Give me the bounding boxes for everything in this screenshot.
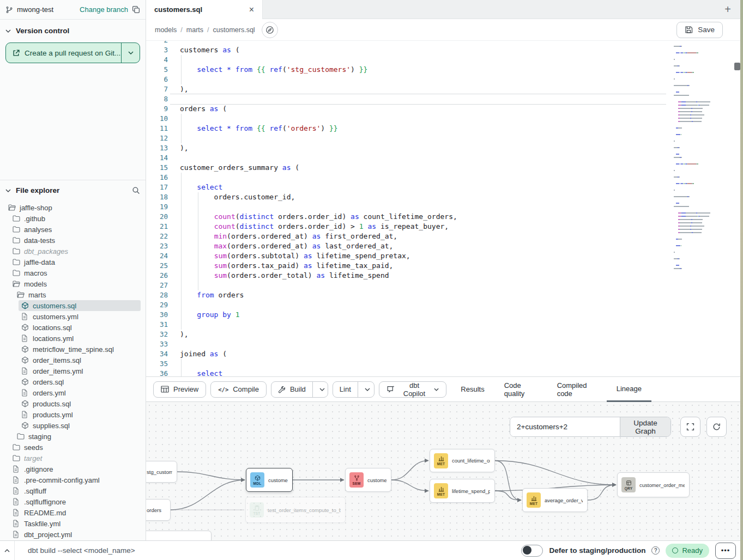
file-tree-item-macros[interactable]: macros xyxy=(10,267,141,278)
line-number: 11 xyxy=(146,124,168,133)
file-tree-item-staging[interactable]: staging xyxy=(14,431,141,442)
folder-icon xyxy=(13,226,20,233)
lint-button[interactable]: Lint xyxy=(333,382,358,397)
copy-icon[interactable] xyxy=(132,5,140,14)
file-tree-item--github[interactable]: .github xyxy=(10,213,141,224)
file-tree-item-supplies-sql[interactable]: supplies.sql xyxy=(19,420,141,431)
lineage-node-partial_bottom[interactable] xyxy=(146,531,212,540)
file-tree-item-customers-yml[interactable]: customers.yml xyxy=(19,311,141,322)
navigate-button[interactable] xyxy=(262,22,278,38)
file-tree-item-metricflow-time-spine-sql[interactable]: metricflow_time_spine.sql xyxy=(19,344,141,355)
line-number: 10 xyxy=(146,114,168,124)
breadcrumb-file[interactable]: customers.sql xyxy=(213,26,255,34)
compile-button[interactable]: </> Compile xyxy=(210,381,267,398)
file-tree-item-orders-sql[interactable]: orders.sql xyxy=(19,376,141,387)
file-tree-item-label: target xyxy=(24,454,42,462)
file-tree-item-products-sql[interactable]: products.sql xyxy=(19,398,141,409)
main-area: customers.sql × + models / marts / custo… xyxy=(146,0,743,540)
defer-label: Defer to staging/production xyxy=(549,546,645,555)
fullscreen-button[interactable] xyxy=(680,417,700,437)
file-tree-item-products-yml[interactable]: products.yml xyxy=(19,409,141,420)
file-tree-item-target[interactable]: target xyxy=(10,453,141,464)
file-tree-item--pre-commit-config-yaml[interactable]: .pre-commit-config.yaml xyxy=(10,474,141,485)
lineage-node-orders[interactable]: MDLorders xyxy=(146,499,171,521)
file-tree-item-label: metricflow_time_spine.sql xyxy=(33,345,114,354)
file-tree-item-models[interactable]: models xyxy=(10,278,141,289)
tab-code-quality[interactable]: Code quality xyxy=(494,377,547,402)
file-tree-item--sqlfluffignore[interactable]: .sqlfluffignore xyxy=(10,496,141,507)
file-explorer-header[interactable]: File explorer xyxy=(0,180,146,198)
file-tree-item-orders-yml[interactable]: orders.yml xyxy=(19,387,141,398)
file-tree-item-taskfile-yml[interactable]: Taskfile.yml xyxy=(10,518,141,529)
minimap-line xyxy=(674,252,675,253)
command-input-placeholder[interactable]: dbt build --select <model_name> xyxy=(28,546,135,555)
dbt-copilot-button[interactable]: dbt Copilot xyxy=(379,381,447,398)
tab-customers-sql[interactable]: customers.sql × xyxy=(146,0,263,19)
minimap-line xyxy=(674,95,689,96)
change-branch-link[interactable]: Change branch xyxy=(80,5,128,14)
refresh-button[interactable] xyxy=(706,417,727,437)
file-tree-item--gitignore[interactable]: .gitignore xyxy=(10,464,141,474)
file-tree-item-dbt-project-yml[interactable]: dbt_project.yml xyxy=(10,529,141,540)
tab-lineage[interactable]: Lineage xyxy=(607,377,651,402)
lineage-node-customers_sem[interactable]: SEMcustomers xyxy=(345,468,391,492)
file-tree-item-readme-md[interactable]: README.md xyxy=(10,507,141,518)
help-icon[interactable]: ? xyxy=(651,546,660,555)
build-options-caret[interactable] xyxy=(312,382,328,397)
editor-scrollbar-thumb[interactable] xyxy=(734,63,740,70)
tab-compiled-code[interactable]: Compiled code xyxy=(547,377,607,402)
create-pr-main[interactable]: Create a pull request on Git... xyxy=(6,43,122,63)
file-tree-item-jaffle-data[interactable]: jaffle-data xyxy=(10,257,141,267)
mdl-badge: MDL xyxy=(250,472,264,488)
expand-command-panel-button[interactable] xyxy=(0,541,15,560)
lint-options-caret[interactable] xyxy=(358,382,374,397)
code-editor[interactable]: 2345678910111213141516171819202122232425… xyxy=(146,41,743,376)
more-options-button[interactable]: ••• xyxy=(715,543,736,559)
file-tree-item-analyses[interactable]: analyses xyxy=(10,224,141,235)
lineage-node-customer_order_metrics[interactable]: QRYcustomer_order_metrics xyxy=(617,472,690,497)
file-tree-item-locations-yml[interactable]: locations.yml xyxy=(19,333,141,344)
new-tab-button[interactable]: + xyxy=(717,0,739,19)
minimap-line xyxy=(674,216,709,217)
file-tree-item-label: .pre-commit-config.yaml xyxy=(24,476,100,484)
version-control-header[interactable]: Version control xyxy=(0,20,146,39)
file-tree-item-marts[interactable]: marts xyxy=(14,289,141,300)
lineage-selector-input[interactable] xyxy=(510,417,620,436)
line-number: 8 xyxy=(146,94,168,104)
indent-guide xyxy=(181,114,182,143)
file-tree-item-order-items-sql[interactable]: order_items.sql xyxy=(19,355,141,366)
search-icon[interactable] xyxy=(132,186,140,194)
file-tree-item-seeds[interactable]: seeds xyxy=(10,442,141,453)
breadcrumb-marts[interactable]: marts xyxy=(186,26,203,34)
breadcrumb-models[interactable]: models xyxy=(155,26,177,34)
file-tree-item-locations-sql[interactable]: locations.sql xyxy=(19,322,141,333)
line-number: 2 xyxy=(146,41,168,45)
file-tree-item-customers-sql[interactable]: customers.sql xyxy=(19,300,141,311)
build-button[interactable]: Build xyxy=(271,382,312,397)
file-tree-item--sqlfluff[interactable]: .sqlfluff xyxy=(10,485,141,496)
file-tree-item-jaffle-shop[interactable]: jaffle-shop xyxy=(5,202,141,213)
ide-status-badge[interactable]: Ready xyxy=(666,544,709,558)
preview-button[interactable]: Preview xyxy=(153,381,206,398)
lineage-node-customers_mdl[interactable]: MDLcustomers xyxy=(246,468,293,492)
create-pr-button[interactable]: Create a pull request on Git... xyxy=(5,42,140,63)
file-tree-item-label: macros xyxy=(24,269,47,277)
folder-open-icon xyxy=(13,280,20,288)
lineage-node-lifetime_spend_pretax[interactable]: METlifetime_spend_pretax xyxy=(430,479,495,503)
tab-results[interactable]: Results xyxy=(451,377,494,402)
defer-toggle[interactable] xyxy=(521,545,543,557)
lineage-node-average_order_value[interactable]: METaverage_order_value xyxy=(522,488,588,512)
minimap[interactable] xyxy=(672,41,721,297)
update-graph-button[interactable]: Update Graph xyxy=(620,417,670,436)
file-tree-item-dbt-packages[interactable]: dbt_packages xyxy=(10,246,141,257)
lineage-node-stg_customers[interactable]: MDLstg_customers xyxy=(146,461,177,483)
create-pr-caret[interactable] xyxy=(122,43,140,63)
save-button[interactable]: Save xyxy=(676,22,723,38)
lineage-canvas[interactable]: MDLstg_customersMDLordersMDLcustomersTST… xyxy=(146,402,743,540)
file-tree-item-order-items-yml[interactable]: order_items.yml xyxy=(19,366,141,376)
lineage-node-count_lifetime_orders[interactable]: METcount_lifetime_orders xyxy=(430,449,495,472)
lineage-node-test_bools[interactable]: TSTtest_order_items_compute_to_bools... xyxy=(245,497,346,523)
sidebar: mwong-test Change branch Version control… xyxy=(0,0,146,540)
file-tree-item-data-tests[interactable]: data-tests xyxy=(10,235,141,246)
close-icon[interactable]: × xyxy=(249,5,254,14)
